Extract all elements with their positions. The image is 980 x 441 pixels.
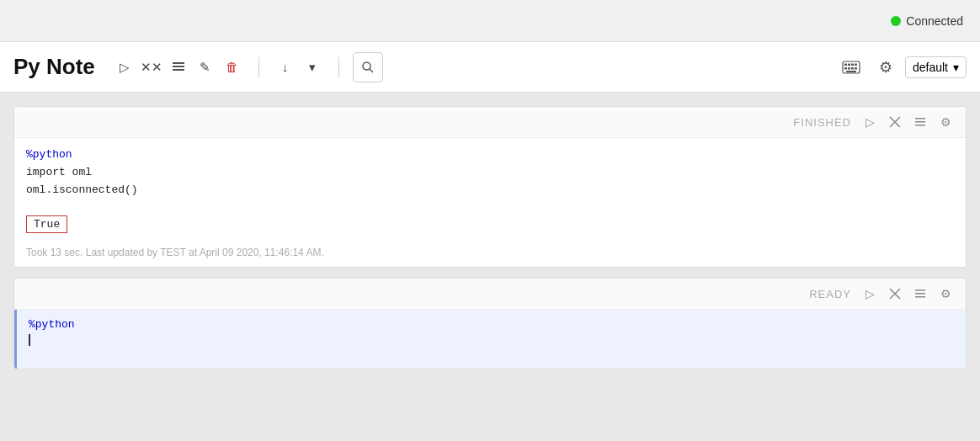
cell-1-run-button[interactable]: ▷ [860, 112, 880, 132]
download-button[interactable]: ↓ [273, 55, 298, 80]
code-line-2: import oml [26, 164, 954, 182]
delete-button[interactable]: 🗑 [220, 55, 245, 80]
svg-rect-17 [915, 118, 925, 120]
cell-2-run-button[interactable]: ▷ [860, 284, 880, 304]
cell-2-book-button[interactable] [910, 284, 930, 304]
connection-label: Connected [906, 14, 963, 28]
text-cursor [29, 334, 30, 346]
cell-1-output: True [26, 215, 67, 233]
top-bar: Connected [0, 0, 980, 42]
svg-rect-23 [915, 293, 925, 295]
toolbar-separator-2 [338, 57, 339, 77]
code-line-1: %python [26, 146, 954, 164]
svg-rect-12 [851, 67, 854, 70]
svg-point-3 [363, 62, 370, 70]
interpreter-dropdown[interactable]: default ▾ [905, 56, 967, 78]
cell-1-body: %python import oml oml.isconnected() Tru… [14, 138, 966, 242]
svg-rect-11 [848, 67, 850, 70]
svg-rect-0 [173, 62, 184, 64]
interpreter-label: default [913, 61, 948, 74]
cell-2-settings-button[interactable]: ⚙ [935, 284, 956, 304]
notebook-cell-2: READY ▷ ⚙ %python [13, 278, 967, 369]
cell-2-interrupt-button[interactable] [885, 284, 905, 304]
cell-1-output-area: True [26, 209, 954, 233]
connection-status: Connected [891, 14, 963, 28]
toolbar-separator-1 [258, 57, 259, 77]
cell-1-code: %python import oml oml.isconnected() [26, 146, 954, 199]
svg-rect-19 [915, 125, 925, 126]
toolbar-buttons: ▷ ✕✕ ✎ 🗑 [112, 55, 245, 80]
svg-rect-6 [844, 63, 847, 66]
cell-2-code: %python [29, 316, 954, 346]
download-dropdown-button[interactable]: ▾ [300, 55, 325, 80]
cell-2-status: READY [809, 288, 851, 300]
svg-rect-2 [173, 69, 184, 71]
app-title: Py Note [13, 54, 95, 80]
cell-2-header: READY ▷ ⚙ [14, 279, 966, 310]
search-button[interactable] [353, 52, 383, 82]
svg-rect-14 [846, 71, 856, 72]
svg-rect-8 [851, 63, 854, 66]
cell-1-interrupt-button[interactable] [885, 112, 905, 132]
svg-rect-18 [915, 121, 925, 123]
svg-rect-13 [855, 67, 857, 70]
svg-line-4 [370, 69, 373, 72]
cell-2-body[interactable]: %python [14, 310, 966, 369]
code-line-3: oml.isconnected() [26, 182, 954, 199]
main-toolbar: Py Note ▷ ✕✕ ✎ 🗑 ↓ ▾ [0, 42, 980, 93]
edit-button[interactable]: ✎ [193, 55, 218, 80]
code-cursor-line [29, 334, 954, 346]
code-line-python: %python [29, 316, 954, 334]
keyboard-button[interactable] [836, 55, 866, 80]
cell-1-header: FINISHED ▷ ⚙ [14, 107, 966, 138]
status-dot [891, 16, 901, 26]
notebook-button[interactable] [166, 55, 191, 80]
cell-1-footer: Took 13 sec. Last updated by TEST at Apr… [14, 242, 966, 267]
notebook-content: FINISHED ▷ ⚙ %python import oml [0, 93, 980, 383]
svg-rect-1 [173, 66, 184, 67]
svg-rect-24 [915, 296, 925, 298]
notebook-cell-1: FINISHED ▷ ⚙ %python import oml [13, 106, 967, 268]
cell-1-settings-button[interactable]: ⚙ [935, 112, 956, 132]
cell-1-book-button[interactable] [910, 112, 930, 132]
settings-button[interactable]: ⚙ [873, 55, 898, 80]
interpreter-dropdown-arrow: ▾ [953, 61, 959, 74]
download-group: ↓ ▾ [273, 55, 325, 80]
svg-rect-7 [848, 63, 850, 66]
svg-rect-10 [844, 67, 847, 70]
svg-rect-9 [855, 63, 857, 66]
run-all-button[interactable]: ▷ [112, 55, 137, 80]
svg-rect-22 [915, 290, 925, 291]
interrupt-button[interactable]: ✕✕ [139, 55, 164, 80]
header-right: ⚙ default ▾ [836, 55, 967, 80]
cell-1-status: FINISHED [793, 116, 851, 129]
